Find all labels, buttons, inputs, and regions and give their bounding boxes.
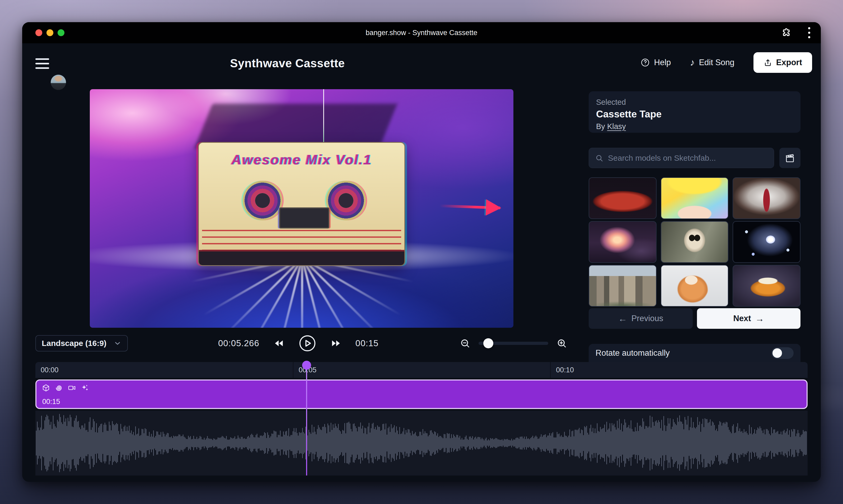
clip-icons — [42, 384, 89, 392]
playhead-handle[interactable] — [302, 361, 311, 370]
zoom-slider[interactable] — [479, 342, 548, 345]
sparkles-icon — [81, 384, 89, 392]
thumbnail-storm-clouds[interactable] — [589, 221, 656, 263]
cassette-bottom-section — [199, 250, 404, 265]
arrow-left-icon: ← — [618, 314, 627, 323]
timeline: 00:00 00:05 00:10 — [35, 362, 808, 475]
help-icon — [640, 58, 650, 67]
desktop-background: banger.show - Synthwave Cassette Synthwa… — [0, 0, 843, 504]
thumbnail-fantasy-warrior[interactable] — [733, 177, 801, 219]
window-title: banger.show - Synthwave Cassette — [22, 22, 821, 43]
zoom-slider-knob[interactable] — [483, 338, 493, 348]
thumbnail-spiral-galaxy[interactable] — [733, 221, 801, 263]
rewind-button[interactable] — [273, 338, 285, 349]
timeline-zoom-controls — [460, 335, 567, 352]
clapperboard-icon — [785, 153, 795, 163]
extensions-puzzle-icon[interactable] — [781, 27, 792, 38]
total-duration: 00:15 — [356, 338, 379, 348]
cassette-tape-model: Awesome Mix Vol.1 — [198, 142, 405, 266]
thumbnail-shiba-dog[interactable] — [661, 265, 729, 307]
previous-label: Previous — [632, 314, 664, 323]
cassette-right-reel — [326, 181, 366, 220]
light-ray — [301, 258, 303, 328]
previous-page-button[interactable]: ← Previous — [589, 308, 693, 329]
thumbnail-skull[interactable] — [661, 221, 729, 263]
app-header: Synthwave Cassette Help ♪ Edit Song — [22, 43, 821, 82]
selected-eyebrow: Selected — [596, 98, 793, 107]
chevron-down-icon — [114, 339, 121, 347]
next-label: Next — [733, 314, 751, 323]
audio-waveform-canvas — [35, 411, 808, 475]
clip-duration-label: 00:15 — [42, 398, 60, 406]
browser-titlebar: banger.show - Synthwave Cassette — [22, 22, 821, 43]
timeline-ruler[interactable]: 00:00 00:05 00:10 — [35, 362, 808, 378]
zoom-out-icon[interactable] — [460, 338, 471, 349]
edit-song-label: Edit Song — [699, 58, 734, 67]
aspect-ratio-select[interactable]: Landscape (16:9) — [35, 335, 128, 352]
current-time: 00:05.266 — [218, 338, 259, 348]
model-thumbnail-grid — [589, 177, 801, 307]
play-button[interactable] — [298, 334, 316, 352]
aspect-ratio-value: Landscape (16:9) — [42, 339, 106, 348]
video-camera-icon — [68, 384, 76, 392]
user-avatar[interactable] — [51, 75, 66, 90]
scene-clip[interactable]: 00:15 — [35, 379, 808, 409]
hamburger-menu-icon[interactable] — [35, 58, 49, 72]
search-icon — [595, 154, 604, 163]
thumbnail-abandoned-city[interactable] — [589, 265, 656, 307]
audio-waveform-track[interactable] — [35, 411, 808, 475]
author-link[interactable]: Klasy — [607, 122, 626, 131]
transport-controls: 00:05.266 00:15 — [218, 333, 378, 354]
rotate-automatically-label: Rotate automatically — [596, 348, 670, 358]
vertical-scanline — [323, 89, 324, 145]
model-search-box[interactable] — [589, 148, 774, 168]
thumbnail-vintage-toy-car[interactable] — [733, 265, 801, 307]
playhead-line — [306, 366, 307, 475]
export-button[interactable]: Export — [754, 52, 812, 73]
browser-menu-kebab-icon[interactable] — [806, 26, 813, 39]
cassette-handwritten-label: Awesome Mix Vol.1 — [199, 152, 404, 167]
by-prefix: By — [596, 122, 605, 131]
selected-model-author: By Klasy — [596, 122, 793, 131]
rotate-setting-card: Rotate automatically — [589, 344, 801, 362]
spiral-icon — [55, 384, 63, 392]
app-window: banger.show - Synthwave Cassette Synthwa… — [22, 22, 821, 482]
cube-icon — [42, 384, 50, 392]
export-upload-icon — [763, 58, 772, 67]
export-label: Export — [776, 58, 802, 67]
ruler-mark: 00:00 — [35, 362, 58, 378]
rotate-automatically-toggle[interactable] — [771, 347, 794, 359]
fast-forward-button[interactable] — [330, 338, 342, 349]
zoom-in-icon[interactable] — [556, 338, 567, 349]
next-page-button[interactable]: Next → — [697, 308, 801, 329]
thumbnail-red-sports-car[interactable] — [589, 177, 656, 219]
music-note-icon: ♪ — [690, 58, 694, 67]
search-input[interactable] — [608, 154, 768, 163]
video-preview-viewport[interactable]: Awesome Mix Vol.1 — [90, 89, 513, 328]
help-label: Help — [654, 58, 671, 67]
edit-song-button[interactable]: ♪ Edit Song — [690, 58, 734, 67]
arrow-right-icon: → — [755, 314, 764, 323]
project-title: Synthwave Cassette — [230, 57, 345, 70]
selected-model-name: Cassette Tape — [596, 109, 793, 120]
cassette-tape-window — [279, 208, 329, 229]
clapperboard-button[interactable] — [779, 148, 801, 168]
selected-model-card: Selected Cassette Tape By Klasy — [589, 91, 801, 133]
cassette-left-reel — [243, 181, 282, 220]
thumbnail-anime-girl[interactable] — [661, 177, 729, 219]
help-button[interactable]: Help — [640, 58, 671, 67]
ruler-mark: 00:10 — [550, 362, 574, 378]
